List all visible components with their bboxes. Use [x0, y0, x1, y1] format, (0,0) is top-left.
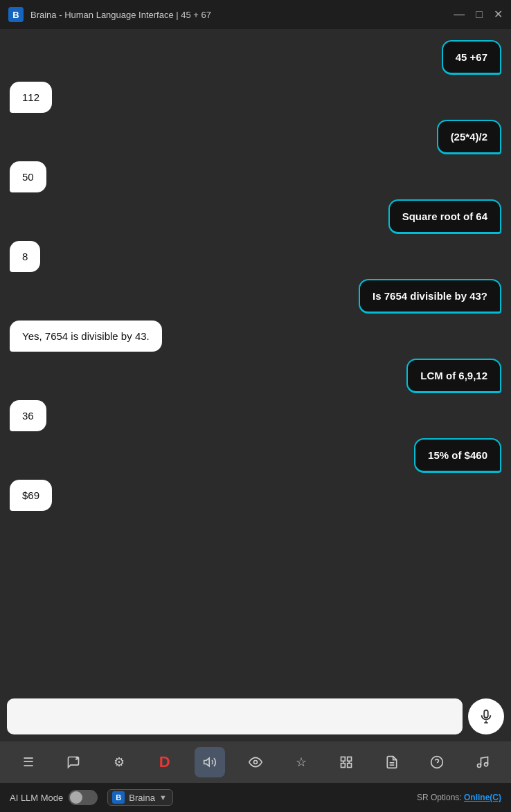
message-row: (25*4)/2 [10, 120, 501, 154]
svg-rect-11 [341, 764, 346, 768]
block-icon [339, 755, 353, 769]
bot-bubble: 36 [10, 400, 46, 431]
bot-bubble: Yes, 7654 is divisible by 43. [10, 321, 162, 352]
bot-bubble: 50 [10, 161, 46, 192]
window-controls: — □ ✕ [454, 9, 503, 20]
message-row: Is 7654 divisible by 43? [10, 279, 501, 314]
message-row: 8 [10, 241, 501, 272]
close-button[interactable]: ✕ [494, 9, 503, 20]
toolbar-star-btn[interactable]: ☆ [286, 747, 316, 777]
toolbar-d-btn[interactable]: D [150, 747, 180, 777]
mic-icon [478, 709, 494, 724]
bot-bubble: $69 [10, 480, 52, 511]
minimize-button[interactable]: — [454, 9, 465, 20]
message-row: 36 [10, 400, 501, 431]
chat-input[interactable] [7, 698, 463, 734]
toolbar-chat-btn[interactable] [58, 747, 89, 777]
toolbar-lines-btn[interactable]: ☰ [13, 747, 44, 777]
music-icon [476, 755, 490, 769]
svg-marker-6 [204, 758, 210, 766]
message-row: $69 [10, 480, 501, 511]
user-bubble: 45 +67 [442, 40, 501, 75]
lines-icon: ☰ [23, 755, 34, 770]
toolbar: ☰ ⚙ D ☆ [0, 741, 511, 783]
user-bubble: Square root of 64 [388, 199, 501, 234]
svg-rect-0 [484, 710, 488, 718]
toolbar-notes-btn[interactable] [377, 747, 407, 777]
chat-area: 45 +67112(25*4)/250Square root of 648Is … [0, 29, 511, 692]
toolbar-volume-btn[interactable] [195, 747, 225, 777]
volume-icon [203, 755, 217, 769]
window-title: Braina - Human Language Interface | 45 +… [30, 10, 454, 20]
message-row: Yes, 7654 is divisible by 43. [10, 321, 501, 352]
svg-rect-9 [348, 757, 352, 761]
help-icon [430, 755, 444, 769]
braina-dropdown[interactable]: B Braina ▼ [107, 789, 172, 806]
braina-badge-logo: B [112, 791, 125, 804]
braina-badge-text: Braina [129, 793, 155, 803]
bot-bubble: 112 [10, 82, 52, 113]
svg-point-18 [478, 764, 481, 768]
title-bar: B Braina - Human Language Interface | 45… [0, 0, 511, 29]
message-row: 15% of $460 [10, 438, 501, 473]
svg-rect-8 [341, 757, 346, 761]
message-row: 45 +67 [10, 40, 501, 75]
svg-rect-10 [348, 764, 352, 768]
message-row: 112 [10, 82, 501, 113]
ai-llm-toggle[interactable] [69, 790, 98, 805]
star-icon: ☆ [296, 755, 307, 770]
svg-point-19 [485, 763, 488, 766]
status-bar: AI LLM Mode B Braina ▼ SR Options: Onlin… [0, 783, 511, 812]
toolbar-settings-btn[interactable]: ⚙ [104, 747, 134, 777]
user-bubble: (25*4)/2 [437, 120, 501, 154]
toolbar-music-btn[interactable] [467, 747, 498, 777]
app-logo: B [8, 7, 24, 22]
sr-options: SR Options: Online(C) [417, 793, 501, 802]
message-row: Square root of 64 [10, 199, 501, 234]
toolbar-block-btn[interactable] [331, 747, 361, 777]
user-bubble: 15% of $460 [414, 438, 501, 473]
settings-icon: ⚙ [114, 755, 125, 770]
eye-icon [249, 755, 262, 769]
d-icon: D [159, 753, 170, 771]
dropdown-arrow-icon: ▼ [159, 793, 167, 802]
svg-point-7 [253, 761, 257, 764]
mic-button[interactable] [468, 698, 504, 734]
toolbar-eye-btn[interactable] [240, 747, 271, 777]
toggle-knob [70, 791, 82, 804]
toolbar-help-btn[interactable] [422, 747, 452, 777]
sr-options-link[interactable]: Online(C) [464, 793, 501, 802]
bot-bubble: 8 [10, 241, 40, 272]
user-bubble: Is 7654 divisible by 43? [359, 279, 501, 314]
message-row: 50 [10, 161, 501, 192]
ai-llm-label: AI LLM Mode [10, 793, 63, 803]
chat-icon [66, 755, 80, 769]
maximize-button[interactable]: □ [476, 9, 483, 20]
notes-icon [385, 755, 399, 769]
input-area [0, 692, 511, 741]
user-bubble: LCM of 6,9,12 [406, 359, 501, 393]
message-row: LCM of 6,9,12 [10, 359, 501, 393]
